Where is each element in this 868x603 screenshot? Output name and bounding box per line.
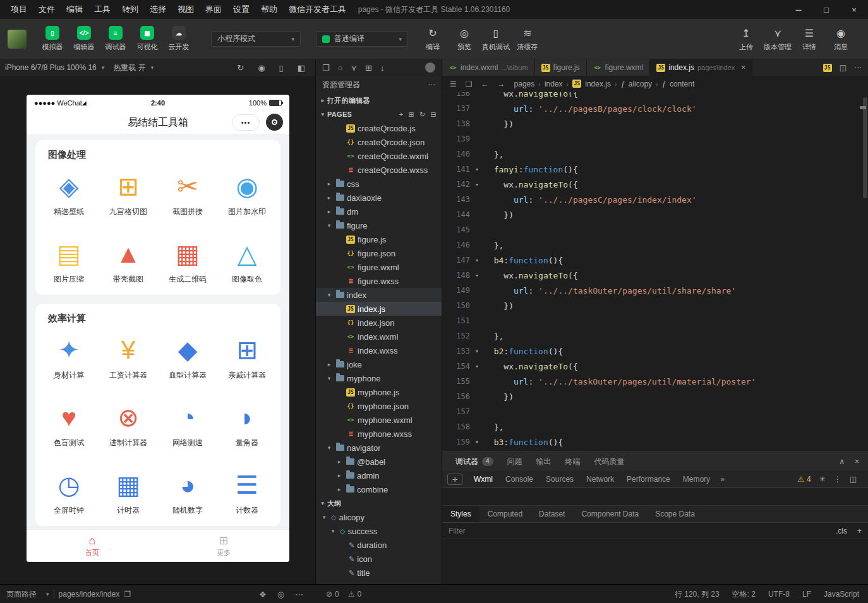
close-panel-icon[interactable]: × [855, 457, 859, 466]
code-editor[interactable]: 136 wx.navigateTo({137 url: '../../pages… [442, 92, 863, 451]
more-actions-icon[interactable]: ⋯ [854, 63, 862, 72]
maximize-icon[interactable]: □ [812, 0, 840, 19]
fold-chevron-icon[interactable]: ▾ [470, 348, 484, 354]
style-tab[interactable]: Component Data [573, 506, 647, 522]
style-tab[interactable]: Computed [479, 506, 531, 522]
menu-item[interactable]: 文件 [33, 0, 61, 19]
menu-item[interactable]: 工具 [88, 0, 116, 19]
tree-folder[interactable]: ▸combine [316, 482, 442, 496]
app-entry[interactable]: ◗量角器 [217, 402, 277, 448]
code-line[interactable]: 139 [442, 131, 863, 146]
devtools-tab[interactable]: Wxml [467, 475, 499, 484]
tree-file[interactable]: JSmyphone.js [316, 385, 442, 399]
tree-file[interactable]: ≡myphone.wxss [316, 427, 442, 441]
panel-tab[interactable]: 输出 [529, 452, 558, 471]
element-picker-icon[interactable]: ✛ [447, 474, 462, 485]
code-line[interactable]: 156 }) [442, 389, 863, 404]
app-entry[interactable]: ◕随机数字 [158, 470, 217, 516]
app-entry[interactable]: ◉图片加水印 [217, 171, 277, 217]
rotate-screen-icon[interactable]: ◧ [298, 63, 305, 73]
tree-folder[interactable]: ▸dm [316, 205, 442, 218]
cls-toggle[interactable]: .cls [836, 527, 847, 535]
tree-folder[interactable]: ▸@babel [316, 455, 442, 469]
devtools-tab[interactable]: Console [499, 475, 539, 484]
tabbar-item[interactable]: ⊞更多 [158, 530, 289, 562]
editor-tab[interactable]: <>figure.wxml [587, 59, 651, 76]
code-line[interactable]: 159▾ b3:function(){ [442, 434, 863, 450]
app-entry[interactable]: ◔网络测速 [158, 402, 217, 448]
tree-folder[interactable]: ▾figure [316, 218, 442, 232]
code-line[interactable]: 137 url: '../../pagesB/pages/clock/clock… [442, 101, 863, 116]
tree-folder[interactable]: ▸admin [316, 469, 442, 482]
add-style-button[interactable]: + [857, 527, 862, 535]
code-line[interactable]: 148▾ wx.navigateTo({ [442, 268, 863, 283]
forward-icon[interactable]: → [498, 80, 505, 88]
code-line[interactable]: 152 }, [442, 328, 863, 343]
code-line[interactable]: 144 }) [442, 207, 863, 222]
save-icon[interactable]: ↓ [380, 63, 385, 73]
panel-tab[interactable]: 代码质量 [588, 452, 632, 471]
fold-chevron-icon[interactable]: ▾ [470, 166, 484, 172]
menu-item[interactable]: 界面 [200, 0, 227, 19]
device-frame-icon[interactable]: ▯ [279, 63, 284, 73]
warning-badge[interactable]: ⚠4 [797, 475, 811, 484]
menu-item[interactable]: 帮助 [255, 0, 283, 19]
code-line[interactable]: 142▾ wx.navigateTo({ [442, 177, 863, 192]
app-entry[interactable]: ⊞亲戚计算器 [217, 335, 277, 381]
app-entry[interactable]: ✦身材计算 [39, 335, 99, 381]
app-entry[interactable]: ▦计时器 [99, 470, 158, 516]
code-line[interactable]: 143 url: '../../pagesC/pages/index/index… [442, 192, 863, 207]
collapse-panel-icon[interactable]: ∧ [839, 457, 845, 466]
close-icon[interactable]: × [840, 0, 868, 19]
tree-folder[interactable]: ▸daxiaoxie [316, 191, 442, 205]
code-line[interactable]: 153▾ b2:function(){ [442, 343, 863, 359]
js-badge-icon[interactable]: JS [823, 64, 832, 72]
tree-folder[interactable]: ▾index [316, 288, 442, 302]
tree-folder[interactable]: ▾navigator [316, 441, 442, 455]
mode-select[interactable]: 小程序模式 ▾ [211, 31, 301, 47]
tree-file[interactable]: ≡index.wxss [316, 343, 442, 357]
fold-chevron-icon[interactable]: ▾ [470, 257, 484, 263]
compile-select[interactable]: 普通编译 ▾ [316, 31, 408, 47]
overflow-chevron-icon[interactable]: » [716, 475, 728, 484]
editor-tab[interactable]: <>index.wxml...\album [442, 59, 535, 76]
tree-file[interactable]: JSindex.js [316, 302, 442, 316]
capsule-more-button[interactable]: ••• [232, 114, 260, 131]
breadcrumb-item[interactable]: index.js [585, 80, 611, 88]
editor-scrollbar[interactable] [862, 92, 868, 451]
fold-chevron-icon[interactable]: ▾ [470, 272, 484, 278]
cloud-dev-button[interactable]: ☁云开发 [163, 26, 195, 52]
scrollbar-thumb[interactable] [863, 97, 867, 198]
menu-item[interactable]: 编辑 [61, 0, 88, 19]
refresh-icon[interactable]: ↻ [419, 110, 426, 119]
preview-eye-icon[interactable]: ◎ [277, 590, 284, 599]
cursor-position[interactable]: 行 120, 列 23 [675, 589, 720, 600]
list-icon[interactable]: ☰ [450, 80, 457, 88]
tree-file[interactable]: {}createQrcode.json [316, 135, 442, 149]
tree-file[interactable]: {}index.json [316, 316, 442, 330]
upload-button[interactable]: ↥上传 [730, 26, 762, 52]
app-entry[interactable]: △图像取色 [217, 239, 277, 285]
tree-file[interactable]: <>myphone.wxml [316, 413, 442, 427]
code-line[interactable]: 154▾ wx.navigateTo({ [442, 359, 863, 374]
breadcrumb-item[interactable]: pages [514, 80, 535, 88]
page-path-label[interactable]: 页面路径 [6, 589, 37, 600]
hot-reload-toggle[interactable]: 热重载 开 [113, 63, 145, 73]
language-mode[interactable]: JavaScript [824, 590, 859, 599]
breadcrumb-item[interactable]: content [670, 80, 694, 88]
app-entry[interactable]: ▦生成二维码 [158, 239, 217, 285]
tree-file[interactable]: JScreateQrcode.js [316, 121, 442, 135]
app-entry[interactable]: ⊗进制计算器 [99, 402, 158, 448]
fold-chevron-icon[interactable]: ▾ [470, 363, 484, 369]
wxml-tree-pane[interactable] [442, 488, 868, 506]
notification-bell-button[interactable]: ◉消息 [825, 26, 857, 52]
app-entry[interactable]: ◈精选壁纸 [39, 171, 99, 217]
more-actions-icon[interactable]: ⋯ [428, 80, 435, 89]
outline-item[interactable]: ▾◇success [316, 524, 442, 538]
menu-item[interactable]: 视图 [172, 0, 200, 19]
tree-file[interactable]: <>createQrcode.wxml [316, 149, 442, 163]
filter-input[interactable] [449, 527, 638, 535]
app-entry[interactable]: ▲带壳截图 [99, 239, 158, 285]
code-line[interactable]: 141▾ fanyi:function(){ [442, 162, 863, 177]
fold-chevron-icon[interactable]: ▾ [470, 181, 484, 188]
